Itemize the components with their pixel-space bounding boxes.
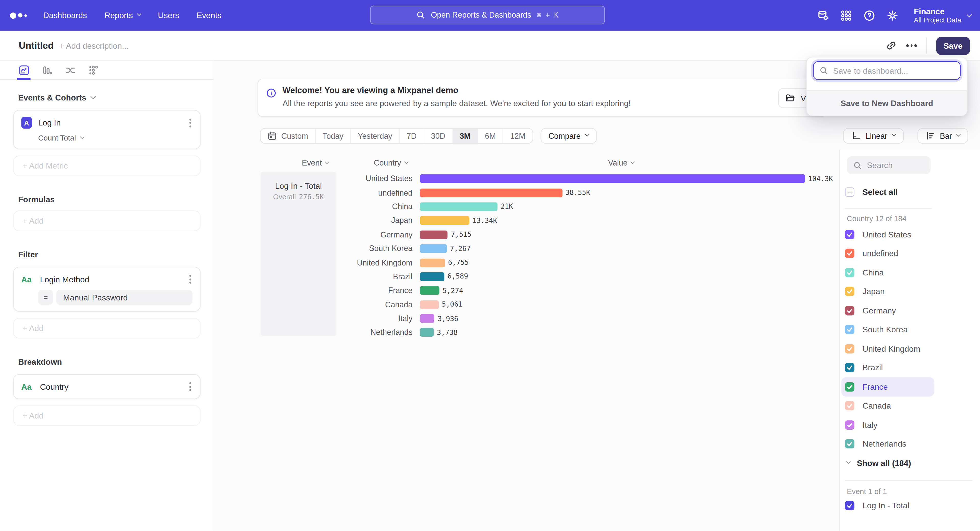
legend-search-input[interactable] [867, 160, 923, 170]
legend-item-canada[interactable]: Canada [841, 396, 934, 415]
nav-item-events[interactable]: Events [197, 11, 221, 20]
legend-checkbox[interactable] [845, 306, 854, 315]
event-checkbox[interactable] [845, 501, 854, 510]
share-link-icon[interactable] [886, 40, 897, 51]
legend-item-netherlands[interactable]: Netherlands [841, 434, 934, 453]
breakdown-card-country[interactable]: Aa Country [13, 374, 200, 399]
legend-checkbox[interactable] [845, 249, 854, 258]
event-legend-item[interactable]: Log In - Total [845, 501, 909, 510]
events-section-title: Events & Cohorts [18, 93, 86, 103]
scale-selector-button[interactable]: Linear [843, 128, 904, 144]
filter-property-name[interactable]: Login Method [40, 274, 182, 284]
settings-gear-icon[interactable] [887, 10, 898, 21]
global-search-button[interactable]: Open Reports & Dashboards ⌘ + K [370, 6, 605, 24]
filter-kebab-icon[interactable] [188, 274, 192, 285]
range-30d[interactable]: 30D [424, 128, 453, 143]
bar-row-united-states: United States104.3K [215, 172, 839, 185]
bar-segment[interactable] [420, 286, 439, 295]
range-6m[interactable]: 6M [478, 128, 503, 143]
dashboard-search-input[interactable] [833, 66, 952, 75]
metric-kebab-icon[interactable] [188, 117, 192, 128]
bar-category-label: United Kingdom [215, 258, 412, 267]
range-today[interactable]: Today [316, 128, 351, 143]
column-header-value[interactable]: Value [608, 159, 634, 167]
legend-checkbox[interactable] [845, 420, 854, 430]
help-icon[interactable] [864, 10, 875, 21]
legend-item-italy[interactable]: Italy [841, 415, 934, 434]
legend-checkbox[interactable] [845, 401, 854, 411]
legend-checkbox[interactable] [845, 382, 854, 392]
legend-item-germany[interactable]: Germany [841, 301, 934, 320]
bar-segment[interactable] [420, 202, 498, 211]
column-header-event[interactable]: Event [302, 159, 328, 167]
add-filter-button[interactable]: + Add [13, 318, 200, 339]
nav-item-dashboards[interactable]: Dashboards [43, 11, 87, 20]
add-description-button[interactable]: + Add description... [59, 41, 129, 51]
legend-item-united-kingdom[interactable]: United Kingdom [841, 339, 934, 358]
nav-item-reports[interactable]: Reports [104, 11, 140, 20]
tab-funnels[interactable] [40, 61, 54, 79]
filter-card-login-method[interactable]: Aa Login Method = Manual Password [13, 267, 200, 312]
add-breakdown-button[interactable]: + Add [13, 405, 200, 426]
events-section-label[interactable]: Events & Cohorts [18, 93, 200, 103]
filter-value[interactable]: Manual Password [56, 290, 192, 305]
filter-operator[interactable]: = [38, 290, 53, 305]
column-header-country[interactable]: Country [374, 159, 407, 167]
range-3m[interactable]: 3M [453, 128, 478, 143]
chart-type-selector-button[interactable]: Bar [917, 128, 968, 144]
range-12m[interactable]: 12M [503, 128, 532, 143]
legend-checkbox[interactable] [845, 325, 854, 334]
bar-segment[interactable] [420, 273, 444, 281]
project-switcher[interactable]: Finance All Project Data [914, 6, 971, 24]
save-button[interactable]: Save [936, 36, 970, 55]
bar-segment[interactable] [420, 328, 434, 337]
legend-item-brazil[interactable]: Brazil [841, 358, 934, 377]
compare-button[interactable]: Compare [540, 128, 597, 144]
legend-item-undefined[interactable]: undefined [841, 244, 934, 263]
legend-item-france[interactable]: France [841, 377, 934, 396]
range-custom[interactable]: Custom [261, 128, 316, 143]
metric-card-log-in[interactable]: A Log In Count Total [13, 110, 200, 149]
legend-checkbox[interactable] [845, 363, 854, 372]
data-management-icon[interactable] [818, 10, 829, 21]
legend-item-united-states[interactable]: United States [841, 225, 934, 244]
bar-segment[interactable] [420, 189, 563, 197]
bar-segment[interactable] [420, 230, 448, 239]
add-formula-button[interactable]: + Add [13, 211, 200, 231]
legend-checkbox[interactable] [845, 344, 854, 353]
legend-item-japan[interactable]: Japan [841, 282, 934, 301]
apps-grid-icon[interactable] [841, 10, 852, 21]
add-metric-button[interactable]: + Add Metric [13, 155, 200, 176]
legend-checkbox[interactable] [845, 439, 854, 449]
legend-checkbox[interactable] [845, 230, 854, 239]
tab-flows[interactable] [63, 61, 77, 79]
range-yesterday[interactable]: Yesterday [351, 128, 400, 143]
bar-category-label: Canada [215, 300, 412, 309]
breakdown-kebab-icon[interactable] [188, 381, 192, 392]
legend-checkbox[interactable] [845, 268, 854, 277]
more-options-icon[interactable] [906, 44, 916, 47]
bar-segment[interactable] [420, 314, 434, 323]
legend-item-south-korea[interactable]: South Korea [841, 320, 934, 339]
range-7d[interactable]: 7D [400, 128, 424, 143]
bar-value-label: 7,267 [450, 244, 471, 253]
breakdown-property-name[interactable]: Country [40, 382, 182, 392]
bar-segment[interactable] [420, 244, 447, 253]
legend-checkbox[interactable] [845, 287, 854, 296]
bar-segment[interactable] [420, 216, 469, 225]
tab-retention[interactable] [86, 61, 100, 79]
legend-item-china[interactable]: China [841, 263, 934, 282]
tab-insights[interactable] [17, 61, 30, 79]
select-all-row[interactable]: Select all [845, 187, 898, 197]
nav-item-users[interactable]: Users [158, 11, 179, 20]
mixpanel-logo-icon[interactable] [10, 12, 27, 18]
show-all-button[interactable]: Show all (184) [847, 458, 911, 468]
report-title[interactable]: Untitled [19, 40, 54, 51]
bar-segment[interactable] [420, 174, 805, 183]
bar-segment[interactable] [420, 300, 439, 309]
metric-event-name[interactable]: Log In [38, 118, 182, 127]
bar-segment[interactable] [420, 258, 445, 267]
save-to-new-dashboard-button[interactable]: Save to New Dashboard [807, 90, 967, 116]
aggregation-selector[interactable]: Count Total [38, 134, 192, 142]
select-all-checkbox[interactable] [845, 187, 854, 197]
